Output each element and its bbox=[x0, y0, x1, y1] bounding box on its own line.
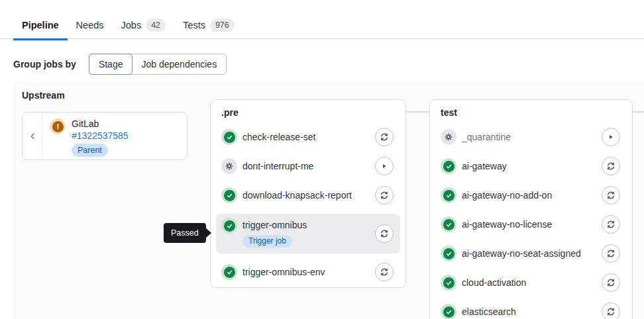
job-name-link[interactable]: dont-interrupt-me bbox=[242, 160, 313, 173]
play-job-button[interactable] bbox=[602, 128, 620, 146]
job-name-link[interactable]: ai-gateway-no-add-on bbox=[462, 189, 552, 202]
pipeline-page: Pipeline Needs Jobs 42 Tests 976 Group j… bbox=[0, 0, 644, 319]
stage-connector-line bbox=[406, 111, 429, 113]
success-status-icon bbox=[221, 187, 237, 203]
job-name-link[interactable]: trigger-omnibus bbox=[242, 218, 307, 232]
stage-title: .pre bbox=[211, 100, 405, 118]
jobs-count-badge: 42 bbox=[146, 19, 166, 32]
job-row-_quarantine[interactable]: _quarantine bbox=[435, 126, 627, 148]
pipeline-tabs: Pipeline Needs Jobs 42 Tests 976 bbox=[13, 12, 243, 40]
success-status-icon bbox=[221, 264, 237, 280]
job-name-link[interactable]: ai-gateway bbox=[462, 160, 507, 173]
success-status-icon bbox=[441, 158, 456, 174]
job-row-elasticsearch[interactable]: elasticsearch bbox=[435, 301, 627, 319]
play-job-button[interactable] bbox=[375, 157, 394, 175]
retry-job-button[interactable] bbox=[375, 128, 394, 146]
job-name-link[interactable]: ai-gateway-no-license bbox=[462, 218, 552, 231]
group-jobs-label: Group jobs by bbox=[13, 59, 76, 69]
retry-job-button[interactable] bbox=[602, 157, 620, 175]
trigger-job-badge: Trigger job bbox=[242, 235, 292, 248]
job-name-link[interactable]: cloud-activation bbox=[462, 276, 526, 289]
job-row-trigger-omnibus-env[interactable]: trigger-omnibus-env bbox=[216, 261, 400, 283]
tab-jobs[interactable]: Jobs 42 bbox=[113, 12, 175, 40]
success-status-icon bbox=[221, 218, 237, 234]
job-row-ai-gateway-no-license[interactable]: ai-gateway-no-license bbox=[435, 214, 627, 235]
job-name-link[interactable]: download-knapsack-report bbox=[242, 189, 352, 202]
job-row-dont-interrupt-me[interactable]: dont-interrupt-me bbox=[216, 156, 400, 177]
job-row-ai-gateway-no-add-on[interactable]: ai-gateway-no-add-on bbox=[435, 185, 627, 206]
upstream-project-name: GitLab bbox=[72, 118, 99, 129]
job-row-trigger-omnibus[interactable]: trigger-omnibusTrigger job bbox=[216, 214, 400, 253]
tab-needs[interactable]: Needs bbox=[68, 12, 113, 40]
tab-tests-label: Tests bbox=[183, 20, 205, 30]
collapse-upstream-button[interactable] bbox=[23, 113, 42, 160]
job-name-link[interactable]: _quarantine bbox=[462, 130, 511, 144]
tab-pipeline[interactable]: Pipeline bbox=[13, 12, 68, 40]
job-name-link[interactable]: trigger-omnibus-env bbox=[242, 265, 325, 279]
tooltip-text: Passed bbox=[171, 228, 199, 238]
retry-job-button[interactable] bbox=[602, 273, 620, 292]
retry-job-button[interactable] bbox=[602, 215, 620, 234]
manual-status-icon bbox=[441, 129, 456, 145]
stage-column-pre: .pre check-release-setdont-interrupt-med… bbox=[210, 99, 406, 288]
group-by-stage-button[interactable]: Stage bbox=[89, 54, 133, 75]
success-status-icon bbox=[221, 129, 237, 145]
job-name-link[interactable]: ai-gateway-no-seat-assigned bbox=[462, 247, 581, 260]
success-status-icon bbox=[441, 246, 456, 261]
warning-status-icon bbox=[50, 118, 66, 134]
retry-job-button[interactable] bbox=[602, 186, 620, 205]
job-row-cloud-activation[interactable]: cloud-activation bbox=[435, 272, 627, 293]
stage-column-test: test _quarantineai-gatewayai-gateway-no-… bbox=[429, 99, 633, 319]
group-by-segmented-control: Stage Job dependencies bbox=[89, 54, 227, 75]
retry-job-button[interactable] bbox=[375, 186, 394, 205]
parent-badge: Parent bbox=[72, 144, 108, 157]
upstream-section-title: Upstream bbox=[22, 90, 65, 101]
tab-jobs-label: Jobs bbox=[121, 20, 142, 30]
pipeline-graph: Upstream GitLab #1322537585 Parent bbox=[13, 81, 644, 319]
stage-title: test bbox=[430, 100, 632, 118]
success-status-icon bbox=[441, 187, 456, 203]
success-status-icon bbox=[441, 216, 456, 232]
group-jobs-row: Group jobs by Stage Job dependencies bbox=[13, 53, 227, 75]
job-name-link[interactable]: elasticsearch bbox=[462, 305, 516, 318]
tab-tests[interactable]: Tests 976 bbox=[174, 12, 243, 40]
job-row-check-release-set[interactable]: check-release-set bbox=[216, 126, 400, 148]
group-by-dependencies-button[interactable]: Job dependencies bbox=[132, 54, 226, 74]
retry-job-button[interactable] bbox=[602, 302, 620, 319]
chevron-left-icon bbox=[28, 132, 37, 141]
tests-count-badge: 976 bbox=[210, 19, 235, 32]
success-status-icon bbox=[441, 275, 456, 291]
job-row-ai-gateway-no-seat-assigned[interactable]: ai-gateway-no-seat-assigned bbox=[435, 243, 627, 264]
retry-job-button[interactable] bbox=[375, 263, 394, 281]
manual-status-icon bbox=[221, 158, 237, 174]
tab-needs-label: Needs bbox=[76, 20, 104, 30]
upstream-pipeline-card: GitLab #1322537585 Parent bbox=[22, 112, 188, 160]
upstream-pipeline-link[interactable]: #1322537585 bbox=[72, 130, 129, 142]
job-row-ai-gateway[interactable]: ai-gateway bbox=[435, 156, 627, 177]
tab-pipeline-label: Pipeline bbox=[22, 20, 59, 30]
retry-job-button[interactable] bbox=[375, 224, 394, 243]
success-status-icon bbox=[441, 304, 456, 319]
job-status-tooltip: Passed bbox=[164, 223, 206, 243]
job-name-link[interactable]: check-release-set bbox=[242, 130, 316, 144]
job-row-download-knapsack-report[interactable]: download-knapsack-report bbox=[216, 185, 400, 206]
retry-job-button[interactable] bbox=[602, 244, 620, 263]
stage-connector-line bbox=[633, 111, 644, 113]
